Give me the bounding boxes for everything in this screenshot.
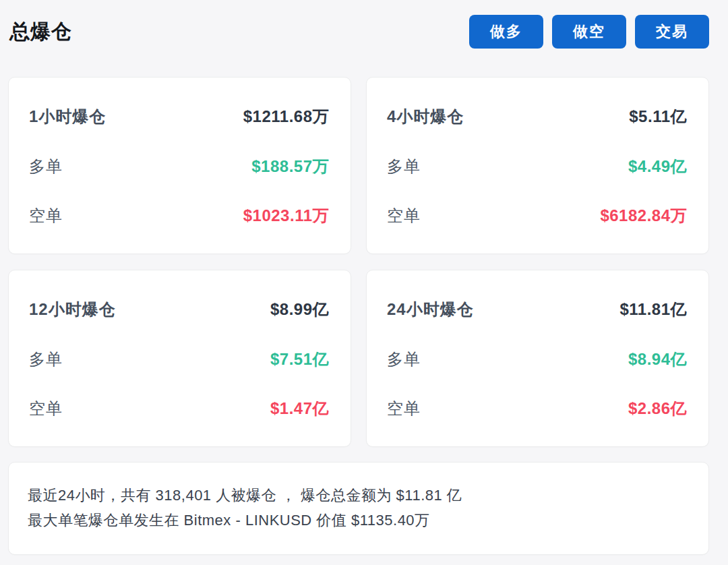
short-value: $1.47亿 xyxy=(270,398,329,419)
long-label: 多单 xyxy=(387,156,421,177)
long-label: 多单 xyxy=(29,156,63,177)
cards-grid: 1小时爆仓 $1211.68万 多单 $188.57万 空单 $1023.11万… xyxy=(8,77,709,447)
liquidation-dashboard: 总爆仓 做多 做空 交易 1小时爆仓 $1211.68万 多单 $188.57万… xyxy=(0,0,728,565)
trade-button[interactable]: 交易 xyxy=(635,15,709,49)
long-row: 多单 $8.94亿 xyxy=(387,349,687,370)
short-row: 空单 $6182.84万 xyxy=(387,205,687,227)
long-button[interactable]: 做多 xyxy=(469,15,543,49)
short-value: $6182.84万 xyxy=(600,205,687,227)
short-label: 空单 xyxy=(29,205,63,227)
card-title: 4小时爆仓 xyxy=(387,106,464,127)
short-label: 空单 xyxy=(387,205,421,227)
short-row: 空单 $1.47亿 xyxy=(29,398,329,419)
card-total-row: 12小时爆仓 $8.99亿 xyxy=(29,299,329,320)
header: 总爆仓 做多 做空 交易 xyxy=(8,15,709,49)
card-total-row: 4小时爆仓 $5.11亿 xyxy=(387,106,687,127)
long-value: $188.57万 xyxy=(251,156,329,177)
long-value: $7.51亿 xyxy=(270,349,329,370)
long-value: $4.49亿 xyxy=(628,156,687,177)
summary-card: 最近24小时，共有 318,401 人被爆仓 ， 爆仓总金额为 $11.81 亿… xyxy=(8,462,709,555)
card-total-value: $5.11亿 xyxy=(629,106,687,127)
page-title: 总爆仓 xyxy=(8,18,72,46)
liquidation-card-1h: 1小时爆仓 $1211.68万 多单 $188.57万 空单 $1023.11万 xyxy=(8,77,351,254)
card-title: 24小时爆仓 xyxy=(387,299,474,320)
card-total-value: $11.81亿 xyxy=(619,299,687,320)
long-row: 多单 $4.49亿 xyxy=(387,156,687,177)
card-title: 12小时爆仓 xyxy=(29,299,116,320)
long-row: 多单 $7.51亿 xyxy=(29,349,329,370)
card-total-value: $1211.68万 xyxy=(243,106,329,127)
long-label: 多单 xyxy=(387,349,421,370)
short-value: $1023.11万 xyxy=(243,205,329,227)
summary-line-1: 最近24小时，共有 318,401 人被爆仓 ， 爆仓总金额为 $11.81 亿 xyxy=(28,483,688,508)
short-label: 空单 xyxy=(29,398,63,419)
liquidation-card-24h: 24小时爆仓 $11.81亿 多单 $8.94亿 空单 $2.86亿 xyxy=(366,270,709,447)
long-row: 多单 $188.57万 xyxy=(29,156,329,177)
short-row: 空单 $1023.11万 xyxy=(29,205,329,227)
card-total-row: 24小时爆仓 $11.81亿 xyxy=(387,299,687,320)
long-label: 多单 xyxy=(29,349,63,370)
short-row: 空单 $2.86亿 xyxy=(387,398,687,419)
liquidation-card-12h: 12小时爆仓 $8.99亿 多单 $7.51亿 空单 $1.47亿 xyxy=(8,270,351,447)
short-button[interactable]: 做空 xyxy=(552,15,626,49)
short-value: $2.86亿 xyxy=(628,398,687,419)
summary-line-2: 最大单笔爆仓单发生在 Bitmex - LINKUSD 价值 $1135.40万 xyxy=(28,508,688,533)
card-total-value: $8.99亿 xyxy=(270,299,329,320)
card-total-row: 1小时爆仓 $1211.68万 xyxy=(29,106,329,127)
liquidation-card-4h: 4小时爆仓 $5.11亿 多单 $4.49亿 空单 $6182.84万 xyxy=(366,77,709,254)
long-value: $8.94亿 xyxy=(628,349,687,370)
action-buttons: 做多 做空 交易 xyxy=(469,15,709,49)
short-label: 空单 xyxy=(387,398,421,419)
card-title: 1小时爆仓 xyxy=(29,106,106,127)
